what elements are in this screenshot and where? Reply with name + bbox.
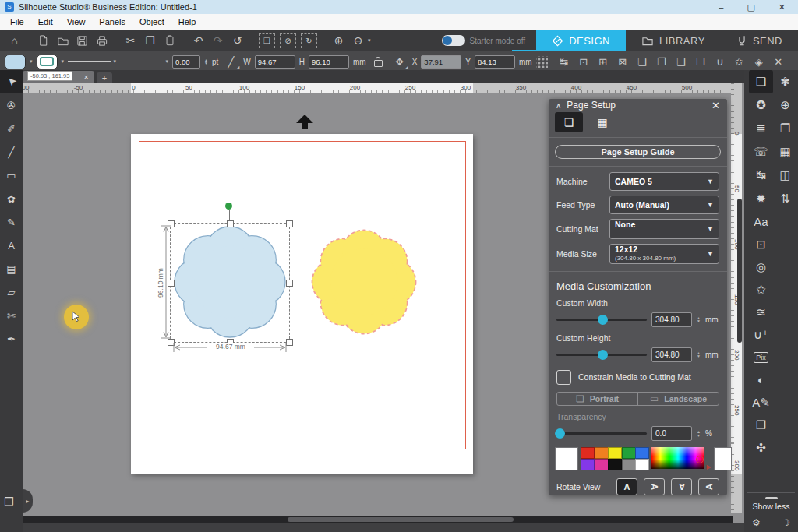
zoom-out-icon[interactable]: ⊖: [348, 32, 368, 49]
ungroup-icon[interactable]: ❐: [655, 54, 668, 69]
duplicate-selection-icon[interactable]: ❏: [259, 33, 275, 48]
menu-item[interactable]: Panels: [92, 17, 132, 26]
color-swatch[interactable]: [595, 447, 609, 459]
page-tab-icon[interactable]: ❏: [555, 112, 583, 132]
color-swatch[interactable]: [581, 447, 595, 459]
snap-grid-icon[interactable]: [536, 56, 548, 68]
line-color-swatch[interactable]: [37, 55, 58, 69]
layers-panel-icon[interactable]: ❐: [773, 117, 797, 140]
page-setup-guide-button[interactable]: Page Setup Guide: [555, 145, 721, 158]
rotate-view-180-button[interactable]: A: [671, 478, 692, 495]
palette-expand-arrow-icon[interactable]: ▶: [707, 464, 711, 470]
color-swatch[interactable]: [622, 459, 636, 470]
color-swatch[interactable]: [608, 459, 622, 470]
pen-style-icon[interactable]: ╱: [222, 54, 239, 69]
scale-icon[interactable]: ⊞: [597, 54, 609, 69]
pixscan-panel-icon[interactable]: Pix: [749, 346, 773, 368]
y-input[interactable]: 84.13: [475, 55, 515, 69]
note-tool[interactable]: ▤: [0, 257, 23, 280]
weld-shapes-panel-icon[interactable]: ◎: [749, 255, 773, 278]
close-panel-icon[interactable]: ✕: [711, 100, 720, 111]
yellow-flower-shape[interactable]: [305, 224, 422, 340]
lock-aspect-icon[interactable]: [370, 54, 387, 69]
bring-to-front-icon[interactable]: ❑: [675, 54, 687, 69]
preferences-gear-icon[interactable]: ⚙: [752, 517, 761, 528]
line-cap-select[interactable]: ▾: [120, 58, 168, 65]
media-size-select[interactable]: 12x12 (304.80 x 304.80 mm) ▼: [609, 244, 719, 264]
x-input[interactable]: 37.91: [421, 55, 461, 69]
custom-height-input[interactable]: 304.80: [651, 347, 692, 362]
offset-panel-icon[interactable]: ✩: [749, 278, 773, 301]
slider-knob[interactable]: [598, 350, 608, 360]
tab-design[interactable]: DESIGN: [536, 30, 626, 51]
center-on-page-icon[interactable]: ⊡: [577, 54, 590, 69]
custom-height-spinner[interactable]: ▲▼: [697, 351, 701, 358]
page-compare-icon[interactable]: ◫: [773, 164, 797, 187]
transparency-input[interactable]: 0.0: [651, 426, 692, 441]
weld-icon[interactable]: ∪: [714, 54, 726, 69]
sort-panel-icon[interactable]: ⇅: [773, 187, 797, 210]
offset-icon[interactable]: ✩: [733, 54, 746, 69]
group-icon[interactable]: ❏: [636, 54, 648, 69]
custom-height-slider[interactable]: [556, 354, 647, 356]
selection-bounding-box[interactable]: [170, 223, 290, 343]
eyedropper-tool[interactable]: ✒: [0, 327, 23, 351]
sphere-panel-icon[interactable]: ⊕: [773, 93, 797, 117]
bleed-panel-icon[interactable]: ❒: [749, 414, 773, 436]
color-swatch[interactable]: [595, 459, 609, 470]
custom-width-slider[interactable]: [556, 319, 647, 321]
new-document-tab-button[interactable]: +: [97, 72, 112, 83]
color-swatch[interactable]: [581, 459, 595, 470]
slider-knob[interactable]: [598, 315, 608, 325]
collapse-panel-icon[interactable]: ∧: [556, 101, 561, 110]
color-picker-ring[interactable]: [696, 456, 704, 463]
slider-knob[interactable]: [555, 428, 565, 439]
save-icon[interactable]: [72, 32, 92, 49]
vertical-scrollbar[interactable]: [737, 199, 742, 343]
feed-type-select[interactable]: Auto (Manual) ▼: [609, 196, 719, 214]
home-icon[interactable]: ⌂: [5, 32, 24, 49]
modify-icon[interactable]: ◈: [753, 54, 765, 69]
resize-handle-e[interactable]: [286, 280, 293, 287]
starter-mode-toggle[interactable]: [442, 35, 465, 46]
menu-item[interactable]: Help: [171, 17, 203, 26]
starburst-panel-icon[interactable]: ✹: [749, 187, 773, 210]
align-icon[interactable]: ↹: [558, 54, 570, 69]
knife-tool[interactable]: ✄: [0, 304, 23, 327]
transparency-slider[interactable]: [556, 432, 647, 435]
close-button[interactable]: ✕: [779, 2, 786, 12]
rectangle-tool[interactable]: ▭: [0, 164, 23, 187]
fill-color-panel-icon[interactable]: ✪: [749, 93, 773, 117]
show-less-button[interactable]: Show less: [744, 502, 798, 511]
rotate-selection-icon[interactable]: ↻: [301, 33, 317, 48]
frame-panel-icon[interactable]: ⊡: [749, 233, 773, 255]
lasso-tool[interactable]: ✇: [0, 93, 23, 117]
new-document-icon[interactable]: [34, 32, 53, 49]
trace-panel-icon[interactable]: ☏: [749, 140, 773, 164]
shape-flower-tool[interactable]: ✿: [0, 187, 23, 210]
machine-select[interactable]: CAMEO 5 ▼: [609, 172, 719, 191]
menu-item[interactable]: Edit: [31, 17, 60, 26]
tab-library[interactable]: LIBRARY: [626, 30, 721, 51]
custom-width-spinner[interactable]: ▲▼: [697, 316, 701, 323]
path-effects-panel-icon[interactable]: ∪⁺: [749, 323, 773, 346]
fill-color-swatch[interactable]: [5, 55, 26, 69]
print-icon[interactable]: [92, 32, 111, 49]
calligraphy-panel-icon[interactable]: A✎: [749, 391, 773, 414]
line-style-panel-icon[interactable]: ≣: [749, 117, 773, 140]
current-media-color-swatch[interactable]: [555, 447, 578, 470]
cut-icon[interactable]: ✂: [121, 32, 140, 49]
resize-handle-ne[interactable]: [286, 220, 293, 227]
width-input[interactable]: 94.67: [255, 55, 295, 69]
history-icon[interactable]: ↺: [228, 32, 247, 49]
page-setup-panel-icon[interactable]: ❏: [749, 70, 773, 93]
send-to-back-icon[interactable]: ❒: [694, 54, 707, 69]
grid-tab-icon[interactable]: ▦: [588, 112, 616, 132]
text-style-panel-icon[interactable]: Aa: [749, 210, 773, 233]
rotate-view-270-button[interactable]: A: [698, 478, 719, 495]
tab-send[interactable]: SEND: [721, 30, 798, 51]
zoom-options-caret[interactable]: ▾: [368, 37, 371, 44]
edit-points-tool[interactable]: ✐: [0, 117, 23, 140]
menu-item[interactable]: File: [3, 17, 31, 26]
fill-color-caret[interactable]: ▾: [30, 58, 33, 65]
